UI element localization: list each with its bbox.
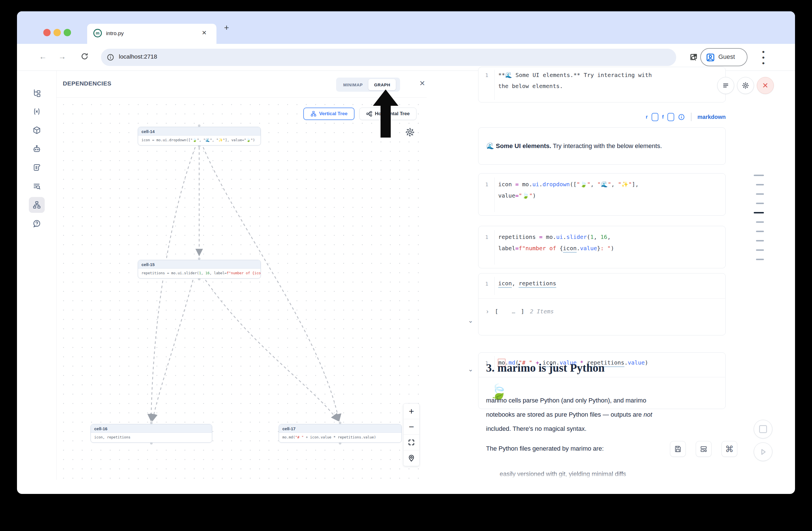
address-bar[interactable]: localhost:2718 [101, 49, 676, 66]
save-icon [674, 445, 682, 453]
run-all-button[interactable] [754, 442, 772, 461]
cell-info-icon[interactable] [678, 114, 685, 120]
minimap-bar[interactable] [756, 249, 764, 251]
minimap-bar[interactable] [756, 184, 764, 185]
profile-button[interactable]: Guest [700, 48, 748, 66]
browser-tabbar: m intro.py ✕ + [17, 11, 795, 44]
sidebar-item-logs[interactable] [29, 178, 45, 194]
minimap-bar[interactable] [756, 193, 764, 195]
wave-emoji: 🌊 [487, 142, 496, 149]
tab-close-icon[interactable]: ✕ [202, 29, 207, 36]
cell-language-label[interactable]: markdown [697, 114, 726, 120]
fit-view-button[interactable] [404, 435, 419, 450]
traffic-light-minimize[interactable] [54, 29, 61, 36]
notebook-menu-button[interactable] [717, 77, 734, 94]
line-number: 1 [485, 182, 488, 187]
gear-icon [742, 82, 750, 89]
minimap-bar[interactable] [756, 203, 764, 204]
toggle-minimap[interactable]: MINIMAP [337, 79, 368, 90]
zoom-out-button[interactable]: − [404, 419, 419, 435]
graph-node-cell-14[interactable]: cell-14 icon = mo.ui.dropdown(["🍃", "🌊",… [138, 127, 261, 145]
notebook-settings-button[interactable] [737, 77, 754, 94]
save-button[interactable] [670, 441, 686, 457]
command-icon: ⌘ [725, 444, 734, 454]
browser-tab[interactable]: m intro.py ✕ [87, 24, 216, 44]
toolbar-separator [691, 113, 692, 121]
list-bracket-open: [ [495, 308, 498, 315]
sidebar-item-snippets[interactable] [29, 160, 45, 175]
code-line[interactable]: value="🍃") [498, 190, 536, 201]
reload-icon[interactable] [81, 52, 89, 60]
format-hotkey-icon[interactable] [667, 113, 674, 121]
section-collapse-chevron[interactable]: ⌄ [468, 366, 473, 373]
minimap-bars [754, 175, 764, 271]
command-palette-button[interactable]: ⌘ [722, 441, 737, 457]
collapse-output-chevron[interactable]: ⌄ [468, 317, 473, 325]
app-sidebar [17, 71, 57, 480]
graph-canvas[interactable]: Vertical Tree Horizontal Tree cell-14 ic… [57, 98, 427, 480]
hamburger-icon [722, 82, 729, 89]
vertical-tree-button[interactable]: Vertical Tree [303, 107, 354, 120]
code-line[interactable]: icon = mo.ui.dropdown(["🍃", "🌊", "✨"], [498, 178, 639, 190]
graph-node-cell-17[interactable]: cell-17 mo.md("# " + icon.value * repeti… [279, 424, 402, 443]
graph-node-cell-15[interactable]: cell-15 repetitions = mo.ui.slider(1, 16… [138, 260, 261, 278]
node-code: mo.md("# " + icon.value * repetitions.va… [279, 433, 402, 442]
minimap-bar[interactable] [756, 259, 764, 260]
minimap-bar[interactable] [754, 212, 764, 213]
minimap-bar[interactable] [756, 231, 764, 232]
tab-search-icon[interactable] [690, 53, 698, 61]
cell-toolbar: r f markdown [611, 111, 726, 123]
list-ellipsis: … [512, 308, 515, 315]
interrupt-button[interactable] [754, 420, 772, 439]
zoom-in-button[interactable]: + [404, 404, 419, 419]
sidebar-item-variables[interactable] [29, 104, 45, 119]
traffic-light-maximize[interactable] [64, 29, 71, 36]
layout-toggle-button[interactable] [696, 441, 712, 457]
forward-icon[interactable]: → [58, 52, 66, 61]
node-title: cell-15 [138, 260, 261, 269]
editor-line[interactable]: **🌊 Some UI elements.** Try interacting … [498, 69, 652, 81]
markdown-editor-cell[interactable]: 1 **🌊 Some UI elements.** Try interactin… [478, 67, 726, 102]
code-line[interactable]: icon, repetitions [498, 278, 556, 289]
sidebar-item-dependency-graph[interactable] [29, 197, 45, 213]
sidebar-item-help[interactable] [29, 216, 45, 231]
locate-node-button[interactable] [404, 450, 419, 466]
sidebar-item-ai-assistant[interactable] [29, 141, 45, 157]
traffic-light-close[interactable] [43, 29, 50, 36]
output-expand-chevron[interactable]: › [487, 308, 488, 315]
panel-title: DEPENDENCIES [63, 80, 112, 87]
site-info-icon[interactable] [107, 54, 114, 61]
scroll-fade [478, 471, 733, 480]
run-hotkey-icon[interactable] [652, 113, 658, 121]
code-cell-dropdown[interactable]: 1 icon = mo.ui.dropdown(["🍃", "🌊", "✨"],… [478, 173, 726, 216]
markdown-output-cell: 🌊 Some UI elements. Try interacting with… [478, 127, 726, 165]
marimo-favicon: m [93, 29, 102, 37]
browser-window: m intro.py ✕ + ← → localhost:2718 Guest [17, 11, 795, 494]
minimap-bar[interactable] [756, 221, 764, 223]
graph-settings-icon[interactable] [405, 127, 415, 137]
sidebar-item-file-explorer[interactable] [29, 85, 45, 101]
profile-icon [706, 53, 715, 62]
prose-files-line: The Python files generated by marimo are… [486, 445, 604, 452]
horizontal-tree-icon [366, 111, 372, 117]
shutdown-button[interactable]: ✕ [757, 77, 774, 94]
code-line[interactable]: label=f"number of {icon.value}: ") [498, 243, 614, 254]
sidebar-item-packages[interactable] [29, 122, 45, 138]
browser-menu-icon[interactable]: ••• [761, 49, 766, 66]
node-title: cell-17 [279, 424, 402, 433]
line-number: 1 [485, 281, 488, 287]
code-cell-slider[interactable]: 1 repetitions = mo.ui.slider(1, 16, labe… [478, 226, 726, 268]
list-items-count: 2 Items [530, 308, 554, 315]
dependencies-header: DEPENDENCIES MINIMAP GRAPH ✕ [57, 71, 427, 98]
editor-line[interactable]: the below elements. [498, 81, 563, 92]
format-hotkey-label: f [662, 114, 664, 120]
panel-close-icon[interactable]: ✕ [419, 79, 425, 87]
minimap-bar[interactable] [756, 240, 764, 241]
toggle-graph[interactable]: GRAPH [368, 79, 396, 90]
back-icon[interactable]: ← [39, 52, 47, 61]
profile-label: Guest [719, 53, 735, 60]
graph-node-cell-16[interactable]: cell-16 icon, repetitions [90, 424, 212, 443]
minimap-bar[interactable] [754, 175, 764, 176]
code-line[interactable]: repetitions = mo.ui.slider(1, 16, [498, 231, 611, 243]
code-cell-tuple[interactable]: 1 icon, repetitions › [ … ] 2 Items [478, 273, 726, 335]
